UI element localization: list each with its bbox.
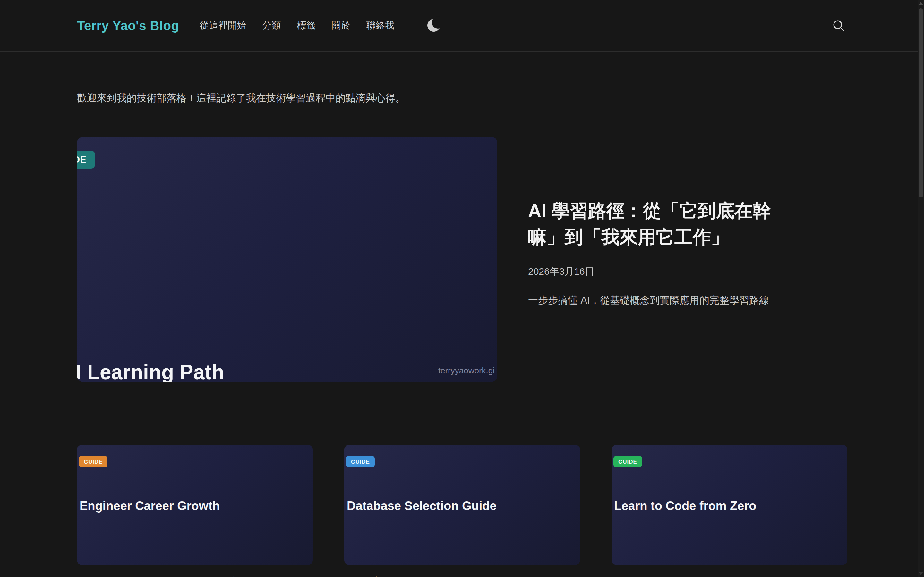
featured-cover-title: AI Learning Path <box>77 360 224 382</box>
post-title[interactable]: 工程師成長路徑：從技能到視野 <box>77 574 313 577</box>
post-grid: GUIDE Engineer Career Growth 工程師成長路徑：從技能… <box>77 445 847 577</box>
post-cover-image[interactable]: GUIDE Engineer Career Growth <box>77 445 313 565</box>
nav-item-about[interactable]: 關於 <box>331 19 350 32</box>
guide-badge: GUIDE <box>79 456 107 467</box>
search-icon <box>831 18 846 33</box>
site-logo[interactable]: Terry Yao's Blog <box>77 19 179 33</box>
featured-post-info: AI 學習路徑：從「它到底在幹嘛」到「我來用它工作」 2026年3月16日 一步… <box>528 137 847 382</box>
post-cover-title: Learn to Code from Zero <box>614 499 756 513</box>
post-card: GUIDE Database Selection Guide 資料庫學習路徑：從… <box>344 445 580 577</box>
featured-guide-badge: GUIDE <box>77 151 95 169</box>
post-title[interactable]: 資料庫學習路徑：從「用過 MySQL」到 <box>344 574 580 577</box>
post-cover-title: Database Selection Guide <box>347 499 497 513</box>
nav-item-contact[interactable]: 聯絡我 <box>366 19 394 32</box>
post-card: GUIDE Engineer Career Growth 工程師成長路徑：從技能… <box>77 445 313 577</box>
scrollbar-thumb[interactable] <box>919 8 923 197</box>
scrollbar-up-arrow-icon[interactable] <box>919 2 923 5</box>
featured-post-date: 2026年3月16日 <box>528 265 847 278</box>
moon-icon <box>427 19 440 32</box>
guide-badge: GUIDE <box>346 456 375 467</box>
intro-text: 歡迎來到我的技術部落格！這裡記錄了我在技術學習過程中的點滴與心得。 <box>77 91 847 106</box>
nav-item-categories[interactable]: 分類 <box>262 19 281 32</box>
post-cover-image[interactable]: GUIDE Learn to Code from Zero <box>612 445 847 565</box>
post-cover-image[interactable]: GUIDE Database Selection Guide <box>344 445 580 565</box>
featured-post-description: 一步步搞懂 AI，從基礎概念到實際應用的完整學習路線 <box>528 293 811 308</box>
post-title[interactable]: 學程式路徑：從零開始，不用怕 <box>612 574 847 577</box>
main-nav: 從這裡開始 分類 標籤 關於 聯絡我 <box>200 18 441 33</box>
post-cover-title: Engineer Career Growth <box>79 499 220 513</box>
featured-post: GUIDE AI Learning Path terryyaowork.gi A… <box>77 137 847 382</box>
main-content: 歡迎來到我的技術部落格！這裡記錄了我在技術學習過程中的點滴與心得。 GUIDE … <box>0 91 924 577</box>
nav-item-tags[interactable]: 標籤 <box>297 19 315 32</box>
scrollbar-down-arrow-icon[interactable] <box>919 572 923 575</box>
featured-post-title[interactable]: AI 學習路徑：從「它到底在幹嘛」到「我來用它工作」 <box>528 197 795 250</box>
nav-item-start[interactable]: 從這裡開始 <box>200 19 246 32</box>
featured-cover-watermark: terryyaowork.gi <box>438 366 495 376</box>
scrollbar <box>918 0 924 577</box>
search-button[interactable] <box>830 17 847 34</box>
theme-toggle-button[interactable] <box>427 18 441 33</box>
blog-home-page: Terry Yao's Blog 從這裡開始 分類 標籤 關於 聯絡我 歡迎來到… <box>0 0 924 577</box>
featured-cover-image[interactable]: GUIDE AI Learning Path terryyaowork.gi <box>77 137 497 382</box>
site-header: Terry Yao's Blog 從這裡開始 分類 標籤 關於 聯絡我 <box>0 0 924 52</box>
post-card: GUIDE Learn to Code from Zero 學程式路徑：從零開始… <box>612 445 847 577</box>
guide-badge: GUIDE <box>614 456 642 467</box>
